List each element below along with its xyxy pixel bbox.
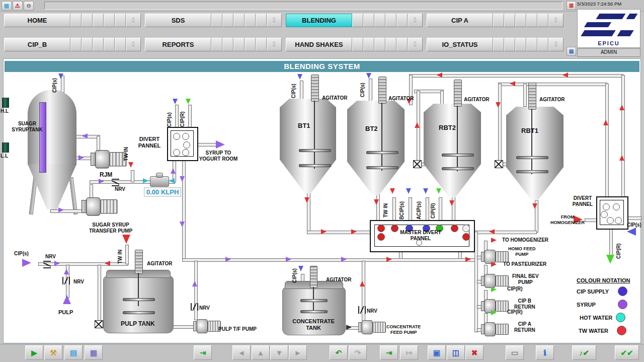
toolbar-forward-button[interactable]: ► bbox=[289, 345, 307, 360]
nav-segment[interactable] bbox=[493, 38, 504, 51]
nav-segment[interactable] bbox=[515, 14, 526, 27]
toolbar-info-button[interactable]: ℹ bbox=[536, 345, 554, 360]
nav-segment[interactable] bbox=[396, 14, 408, 27]
nav-segment[interactable] bbox=[396, 38, 408, 51]
toolbar-alarm-ack-button[interactable]: ♪✔ bbox=[572, 345, 596, 360]
nrv-label: NRV bbox=[199, 305, 210, 311]
sugar-syrup-transfer-pump[interactable] bbox=[82, 197, 117, 215]
nav-segment[interactable] bbox=[352, 38, 363, 51]
nav-segment[interactable] bbox=[374, 38, 385, 51]
nav-segment[interactable] bbox=[211, 38, 222, 51]
nav-segment[interactable] bbox=[211, 14, 222, 27]
nrv-label: NRV bbox=[115, 186, 125, 192]
nav-segment[interactable] bbox=[363, 14, 374, 27]
flow-meter[interactable] bbox=[150, 176, 169, 187]
nav-segment[interactable] bbox=[93, 14, 104, 27]
nav-segment[interactable] bbox=[104, 38, 115, 51]
nav-arrow-button[interactable]: ⇩ bbox=[408, 38, 423, 51]
nav-button-sds[interactable]: SDS bbox=[145, 14, 211, 27]
alarm-page-icon[interactable]: ▥ bbox=[567, 1, 576, 10]
toolbar-save-display-button[interactable]: ◫ bbox=[447, 345, 465, 360]
address-field[interactable] bbox=[44, 2, 562, 10]
toolbar-goto-display-button[interactable]: ⇥ bbox=[380, 345, 398, 360]
nav-segment[interactable] bbox=[233, 14, 245, 27]
nav-arrow-button[interactable]: ⇩ bbox=[126, 38, 141, 51]
toolbar-redo-button[interactable]: ↷ bbox=[349, 345, 367, 360]
nav-segment[interactable] bbox=[256, 14, 267, 27]
nav-segment[interactable] bbox=[70, 14, 82, 27]
low-level-label: L.L bbox=[1, 153, 8, 159]
nav-segment[interactable] bbox=[526, 14, 537, 27]
toolbar-print-button[interactable]: ▦ bbox=[85, 345, 103, 360]
toolbar-run-button[interactable]: ▶ bbox=[25, 345, 43, 360]
rbt2-label: RBT2 bbox=[439, 124, 456, 131]
nav-segment[interactable] bbox=[82, 38, 93, 51]
flow-arrow bbox=[532, 203, 537, 209]
valve[interactable] bbox=[95, 320, 103, 328]
nav-button-reports[interactable]: REPORTS bbox=[145, 38, 211, 51]
nav-segment[interactable] bbox=[493, 14, 504, 27]
nav-segment[interactable] bbox=[222, 14, 233, 27]
toolbar-import-display-button[interactable]: ⇥ bbox=[194, 345, 212, 360]
toolbar-monitor-button[interactable]: ▭ bbox=[506, 345, 524, 360]
pulp-tf-pump[interactable] bbox=[193, 319, 220, 333]
nav-arrow-button[interactable]: ⇩ bbox=[408, 14, 423, 27]
toolbar-close-display-button[interactable]: ✖ bbox=[465, 345, 484, 360]
nav-segment[interactable] bbox=[515, 38, 526, 51]
nav-segment[interactable] bbox=[504, 14, 515, 27]
nav-button-hand-shakes[interactable]: HAND SHAKES bbox=[286, 38, 352, 51]
nav-button-cip-b[interactable]: CIP_B bbox=[4, 38, 70, 51]
toolbar-export-display-button[interactable]: ↦ bbox=[400, 345, 418, 360]
nav-segment[interactable] bbox=[245, 38, 256, 51]
nav-segment[interactable] bbox=[363, 38, 374, 51]
nav-segment[interactable] bbox=[385, 38, 396, 51]
toolbar-undo-button[interactable]: ↶ bbox=[330, 345, 348, 360]
nav-segment[interactable] bbox=[537, 38, 548, 51]
note-icon[interactable]: ▤ bbox=[567, 47, 576, 56]
nav-segment[interactable] bbox=[115, 38, 126, 51]
toolbar-ack-all-button[interactable]: ✔✔ bbox=[615, 345, 639, 360]
toolbar-down-button[interactable]: ▼ bbox=[270, 345, 288, 360]
toolbar-up-button[interactable]: ▲ bbox=[252, 345, 270, 360]
nav-segment[interactable] bbox=[104, 14, 115, 27]
concentrate-feed-pump[interactable] bbox=[358, 320, 385, 334]
monitor-icon: ▭ bbox=[511, 348, 518, 357]
nav-arrow-button[interactable]: ⇩ bbox=[267, 14, 282, 27]
nav-segment[interactable] bbox=[537, 14, 548, 27]
toolbar-trend-button[interactable]: ▤ bbox=[64, 345, 83, 360]
pipe bbox=[307, 231, 372, 234]
nav-segment[interactable] bbox=[504, 38, 515, 51]
nav-segment[interactable] bbox=[352, 14, 363, 27]
rjm-pump[interactable] bbox=[91, 150, 126, 168]
nav-button-io-status[interactable]: IO_STATUS bbox=[427, 38, 493, 51]
nav-button-blending[interactable]: BLENDING bbox=[286, 14, 352, 27]
toolbar-open-display-button[interactable]: ▣ bbox=[428, 345, 446, 360]
nav-arrow-button[interactable]: ⇩ bbox=[548, 38, 564, 51]
nav-segment[interactable] bbox=[374, 14, 385, 27]
valve[interactable] bbox=[495, 160, 503, 168]
final-bev-pump[interactable] bbox=[481, 274, 508, 288]
disconnect-icon[interactable]: ⊖ bbox=[24, 1, 34, 11]
nav-segment[interactable] bbox=[70, 38, 82, 51]
nav-segment[interactable] bbox=[256, 38, 267, 51]
toolbar-back-button[interactable]: ◄ bbox=[232, 345, 251, 360]
nav-segment[interactable] bbox=[245, 14, 256, 27]
alarm-warning-icon[interactable]: ⚠ bbox=[13, 1, 23, 11]
nav-arrow-button[interactable]: ⇩ bbox=[548, 14, 564, 27]
agitator-label: AGITATOR bbox=[539, 97, 565, 102]
toolbar-key-button[interactable]: ⚒ bbox=[44, 345, 62, 360]
nav-segment[interactable] bbox=[526, 38, 537, 51]
display-icon[interactable]: ▦ bbox=[2, 1, 12, 11]
nav-arrow-button[interactable]: ⇩ bbox=[126, 14, 141, 27]
nav-segment[interactable] bbox=[222, 38, 233, 51]
cip-a-return-pump[interactable] bbox=[481, 322, 508, 336]
nav-segment[interactable] bbox=[115, 14, 126, 27]
valve[interactable] bbox=[413, 160, 422, 168]
nav-button-home[interactable]: HOME bbox=[4, 14, 70, 27]
nav-segment[interactable] bbox=[82, 14, 93, 27]
nav-segment[interactable] bbox=[233, 38, 245, 51]
nav-button-cip-a[interactable]: CIP A bbox=[427, 14, 493, 27]
nav-segment[interactable] bbox=[385, 14, 396, 27]
nav-arrow-button[interactable]: ⇩ bbox=[267, 38, 282, 51]
nav-segment[interactable] bbox=[93, 38, 104, 51]
